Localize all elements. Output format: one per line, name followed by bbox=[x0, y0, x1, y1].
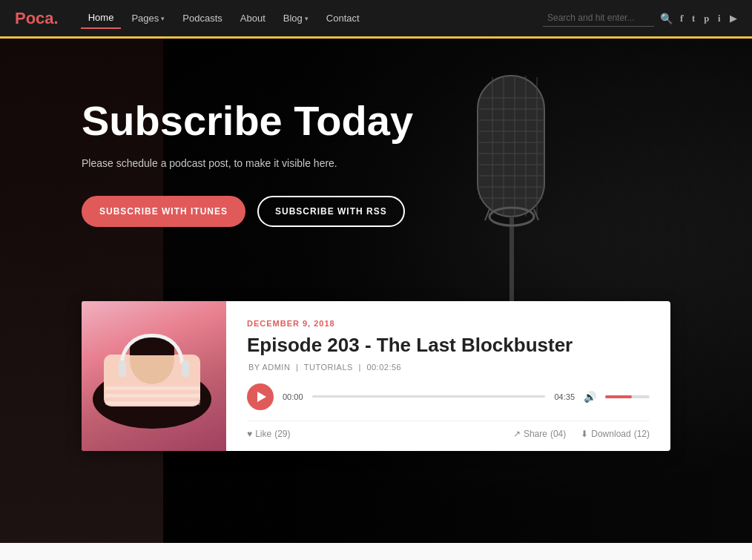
thumb-figure bbox=[82, 301, 226, 451]
download-label: Download bbox=[591, 429, 630, 439]
volume-bar[interactable] bbox=[605, 395, 650, 398]
navbar: Poca. Home Pages ▾ Podcasts About Blog ▾… bbox=[0, 0, 752, 39]
nav-item-podcasts: Podcasts bbox=[175, 8, 229, 28]
nav-item-pages: Pages ▾ bbox=[124, 8, 172, 28]
episode-thumbnail bbox=[82, 301, 226, 451]
chevron-down-icon: ▾ bbox=[161, 15, 165, 22]
play-icon bbox=[257, 392, 266, 402]
nav-item-home: Home bbox=[81, 7, 122, 29]
hero-section: Subscribe Today Please schedule a podcas… bbox=[0, 39, 752, 543]
download-button[interactable]: ⬇ Download (12) bbox=[581, 429, 650, 439]
volume-icon: 🔊 bbox=[584, 391, 596, 403]
nav-link-podcasts[interactable]: Podcasts bbox=[175, 8, 229, 28]
facebook-icon[interactable]: 𝐟 bbox=[680, 13, 683, 24]
nav-link-home[interactable]: Home bbox=[81, 7, 122, 29]
hero-title: Subscribe Today bbox=[82, 98, 670, 144]
nav-item-contact: Contact bbox=[319, 8, 367, 28]
progress-bar[interactable] bbox=[312, 395, 546, 398]
download-count: (12) bbox=[634, 429, 650, 439]
play-button[interactable] bbox=[247, 383, 274, 410]
hero-subtitle: Please schedule a podcast post, to make … bbox=[82, 157, 670, 169]
shirt-stripe-2 bbox=[105, 394, 200, 398]
hero-content: Subscribe Today Please schedule a podcas… bbox=[0, 39, 752, 301]
search-button[interactable]: 🔍 bbox=[660, 13, 673, 24]
episode-card: DECEMBER 9, 2018 Episode 203 - The Last … bbox=[82, 301, 670, 451]
share-icon: ↗ bbox=[513, 429, 521, 439]
share-label: Share bbox=[524, 429, 547, 439]
episode-date: DECEMBER 9, 2018 bbox=[247, 319, 650, 328]
episode-author: BY ADMIN bbox=[248, 363, 290, 372]
like-button[interactable]: ♥ Like (29) bbox=[247, 429, 290, 439]
audio-player: 00:00 04:35 🔊 bbox=[247, 383, 650, 410]
share-count: (04) bbox=[550, 429, 566, 439]
like-count: (29) bbox=[274, 429, 290, 439]
thumb-bg bbox=[82, 301, 226, 451]
like-label: Like bbox=[255, 429, 271, 439]
bottom-section: www.fantasythemeshop.com Latest Episodes bbox=[0, 543, 752, 560]
nav-blog-label: Blog bbox=[283, 13, 303, 24]
shirt-stripe-3 bbox=[105, 386, 200, 390]
nav-link-pages[interactable]: Pages ▾ bbox=[124, 8, 172, 28]
episode-title: Episode 203 - The Last Blockbuster bbox=[247, 334, 650, 357]
chevron-down-icon-2: ▾ bbox=[305, 15, 309, 22]
time-current: 00:00 bbox=[283, 392, 303, 401]
brand-name: Poca bbox=[15, 9, 54, 27]
download-icon: ⬇ bbox=[581, 429, 588, 439]
action-right-group: ↗ Share(04) ⬇ Download (12) bbox=[513, 429, 650, 439]
nav-link-about[interactable]: About bbox=[233, 8, 273, 28]
episode-meta: BY ADMIN | TUTORIALS | 00:02:56 bbox=[247, 363, 650, 372]
subscribe-rss-button[interactable]: SUBSCRIBE WITH RSS bbox=[257, 196, 405, 227]
instagram-icon[interactable]: 𝐢 bbox=[718, 13, 721, 24]
share-button[interactable]: ↗ Share(04) bbox=[513, 429, 566, 439]
episode-actions: ♥ Like (29) ↗ Share(04) ⬇ Download (12) bbox=[247, 421, 650, 439]
brand-dot: . bbox=[54, 9, 59, 27]
brand-logo[interactable]: Poca. bbox=[15, 9, 59, 28]
episode-info: DECEMBER 9, 2018 Episode 203 - The Last … bbox=[226, 301, 670, 451]
headphone-left bbox=[119, 360, 126, 377]
nav-link-contact[interactable]: Contact bbox=[319, 8, 367, 28]
nav-item-blog: Blog ▾ bbox=[276, 8, 316, 28]
nav-pages-label: Pages bbox=[131, 13, 159, 24]
episode-duration: 00:02:56 bbox=[366, 363, 401, 372]
heart-icon: ♥ bbox=[247, 429, 252, 439]
time-end: 04:35 bbox=[554, 392, 575, 401]
meta-separator-2: | bbox=[358, 363, 363, 372]
nav-item-about: About bbox=[233, 8, 273, 28]
volume-fill bbox=[605, 395, 632, 398]
twitter-icon[interactable]: 𝐭 bbox=[692, 13, 695, 24]
search-container: 🔍 bbox=[543, 10, 673, 27]
subscribe-itunes-button[interactable]: SUBSCRIBE WITH ITUNES bbox=[82, 196, 245, 227]
nav-link-blog[interactable]: Blog ▾ bbox=[276, 8, 316, 28]
hero-buttons: SUBSCRIBE WITH ITUNES SUBSCRIBE WITH RSS bbox=[82, 196, 670, 227]
shirt-stripe-1 bbox=[105, 401, 200, 405]
search-input[interactable] bbox=[543, 10, 654, 27]
social-icons-nav: 𝐟 𝐭 𝐩 𝐢 ▶ bbox=[680, 13, 737, 24]
pinterest-icon[interactable]: 𝐩 bbox=[704, 13, 709, 24]
headphone-right bbox=[182, 360, 189, 377]
episode-category: TUTORIALS bbox=[304, 363, 353, 372]
nav-menu: Home Pages ▾ Podcasts About Blog ▾ Conta… bbox=[81, 7, 543, 29]
youtube-icon[interactable]: ▶ bbox=[730, 13, 737, 24]
headphones bbox=[120, 334, 184, 363]
meta-separator-1: | bbox=[296, 363, 301, 372]
